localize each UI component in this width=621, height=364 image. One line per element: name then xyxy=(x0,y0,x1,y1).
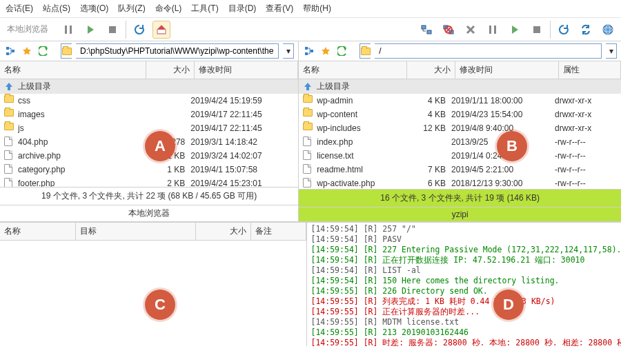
abort-icon[interactable] xyxy=(462,21,480,39)
remote-pane: ▾ 名称 大小 修改时间 属性 上级目录wp-admin4 KB2019/1/1… xyxy=(299,41,621,222)
local-path-input[interactable] xyxy=(76,43,279,59)
globe-icon[interactable] xyxy=(599,21,617,39)
path-dropdown[interactable]: ▾ xyxy=(606,43,617,59)
file-row[interactable]: category.php1 KB2019/4/1 15:07:58 xyxy=(0,163,298,176)
file-row[interactable]: wp-admin4 KB2019/1/11 18:00:00drwxr-xr-x xyxy=(299,94,621,108)
local-tab[interactable]: 本地浏览器 xyxy=(0,205,298,222)
folder-icon xyxy=(361,48,371,55)
badge-a: A xyxy=(145,131,175,161)
path-dropdown[interactable]: ▾ xyxy=(283,43,294,59)
refresh2-icon[interactable] xyxy=(555,21,573,39)
transfer-left-icon[interactable] xyxy=(417,21,435,39)
file-row[interactable]: wp-includes12 KB2019/4/8 9:40:00drwxr-xr… xyxy=(299,121,621,135)
file-row[interactable]: wp-activate.php6 KB2018/12/13 9:30:00-rw… xyxy=(299,176,621,189)
menu-item[interactable]: 命令(L) xyxy=(155,3,182,14)
svg-rect-16 xyxy=(6,52,9,55)
file-row[interactable]: license.txt2019/1/4 0:24:00-rw-r--r-- xyxy=(299,149,621,163)
star-icon[interactable] xyxy=(21,45,33,57)
remote-path-input[interactable] xyxy=(375,43,602,59)
disconnect-icon[interactable] xyxy=(440,21,457,39)
file-row[interactable]: readme.html7 KB2019/4/5 2:21:00-rw-r--r-… xyxy=(299,163,621,176)
stop2-icon[interactable] xyxy=(528,21,546,39)
bottom-area: 名称 目标 大小 备注 [14:59:54] [R] 257 "/"[14:59… xyxy=(0,222,621,346)
back-icon[interactable] xyxy=(37,45,50,57)
qcol-name[interactable]: 名称 xyxy=(0,223,76,240)
remote-status: 16 个文件, 3 个文件夹, 共计 19 项 (146 KB) xyxy=(299,189,621,207)
log-line: [14:59:55] [R] 226 Directory send OK. xyxy=(311,286,618,296)
log-line: [14:59:54] [R] 150 Here comes the direct… xyxy=(311,276,618,286)
home-icon[interactable] xyxy=(152,21,170,39)
log-line: [14:59:55] [R] 列表完成: 1 KB 耗时 0.44 秒 (2.3… xyxy=(311,296,618,307)
file-icon xyxy=(4,136,12,146)
col-time[interactable]: 修改时间 xyxy=(455,61,559,79)
file-icon xyxy=(4,150,12,160)
sync-icon[interactable] xyxy=(577,21,595,39)
badge-d: D xyxy=(493,290,524,320)
stop-icon[interactable] xyxy=(103,21,121,39)
file-row[interactable]: images2019/4/17 22:11:45 xyxy=(0,108,298,121)
pause-icon[interactable] xyxy=(59,21,77,39)
menu-item[interactable]: 站点(S) xyxy=(43,3,70,14)
col-time[interactable]: 修改时间 xyxy=(195,61,298,79)
remote-tab[interactable]: yzipi xyxy=(299,207,621,222)
file-row[interactable]: js2019/4/17 22:11:45 xyxy=(0,121,298,135)
file-row[interactable]: wp-content4 KB2019/4/23 15:54:00drwxr-xr… xyxy=(299,108,621,121)
menu-item[interactable]: 帮助(H) xyxy=(303,3,331,14)
log-line: [14:59:55] [R] 213 20190103162446 xyxy=(311,327,618,338)
local-columns: 名称 大小 修改时间 xyxy=(0,61,298,79)
local-browser-label: 本地浏览器 xyxy=(0,23,55,35)
play2-icon[interactable] xyxy=(506,21,524,39)
updir-row[interactable]: 上级目录 xyxy=(0,79,298,94)
star-icon[interactable] xyxy=(319,45,332,57)
log-line: [14:59:55] [R] 时差: 服务器: 28800 秒. 本地: 288… xyxy=(311,338,618,346)
up-arrow-icon xyxy=(303,81,314,92)
file-row[interactable]: index.php2013/9/25-rw-r--r-- xyxy=(299,135,621,149)
queue-columns: 名称 目标 大小 备注 xyxy=(0,223,306,241)
file-row[interactable]: footer.php2 KB2019/4/24 15:23:01 xyxy=(0,176,298,187)
back-icon[interactable] xyxy=(336,45,348,57)
log-line: [14:59:55] [R] MDTM license.txt xyxy=(311,317,618,327)
main-toolbar: 本地浏览器 xyxy=(0,18,621,41)
folder-icon xyxy=(303,123,313,130)
folder-icon xyxy=(4,123,14,130)
menu-item[interactable]: 队列(Z) xyxy=(118,3,145,14)
play-icon[interactable] xyxy=(81,21,99,39)
log-pane[interactable]: [14:59:54] [R] 257 "/"[14:59:54] [R] PAS… xyxy=(307,223,622,346)
tree-icon[interactable] xyxy=(4,45,17,57)
svg-rect-20 xyxy=(310,50,313,52)
col-name[interactable]: 名称 xyxy=(0,61,146,79)
updir-row[interactable]: 上级目录 xyxy=(299,79,621,94)
qcol-remark[interactable]: 备注 xyxy=(251,223,306,240)
svg-rect-11 xyxy=(533,26,540,33)
local-file-list[interactable]: 上级目录css2019/4/24 15:19:59images2019/4/17… xyxy=(0,79,298,187)
svg-rect-4 xyxy=(427,30,431,34)
log-line: [14:59:54] [R] PASV xyxy=(311,234,618,245)
file-icon xyxy=(4,178,12,187)
svg-rect-2 xyxy=(109,26,116,33)
qcol-size[interactable]: 大小 xyxy=(196,223,251,240)
up-arrow-icon xyxy=(4,81,15,92)
file-icon xyxy=(303,150,311,160)
badge-c: C xyxy=(145,290,175,320)
col-size[interactable]: 大小 xyxy=(407,61,455,79)
menu-item[interactable]: 工具(T) xyxy=(191,3,218,14)
menu-item[interactable]: 查看(V) xyxy=(266,3,293,14)
local-pane: ▾ 名称 大小 修改时间 上级目录css2019/4/24 15:19:59im… xyxy=(0,41,299,222)
file-row[interactable]: css2019/4/24 15:19:59 xyxy=(0,94,298,108)
col-attr[interactable]: 属性 xyxy=(559,61,621,79)
svg-rect-0 xyxy=(65,26,67,34)
menu-item[interactable]: 目录(D) xyxy=(228,3,257,14)
col-size[interactable]: 大小 xyxy=(146,61,195,79)
remote-pathbar: ▾ xyxy=(299,41,621,61)
svg-rect-17 xyxy=(12,50,14,52)
pause2-icon[interactable] xyxy=(484,21,502,39)
remote-file-list[interactable]: 上级目录wp-admin4 KB2019/1/11 18:00:00drwxr-… xyxy=(299,79,621,189)
log-line: [14:59:54] [R] LIST -al xyxy=(311,265,618,276)
svg-rect-3 xyxy=(422,26,426,29)
tree-icon[interactable] xyxy=(303,45,315,57)
menu-item[interactable]: 会话(E) xyxy=(6,3,33,14)
qcol-target[interactable]: 目标 xyxy=(76,223,196,240)
refresh-icon[interactable] xyxy=(130,21,148,39)
menu-item[interactable]: 选项(O) xyxy=(80,3,108,14)
col-name[interactable]: 名称 xyxy=(299,61,407,79)
